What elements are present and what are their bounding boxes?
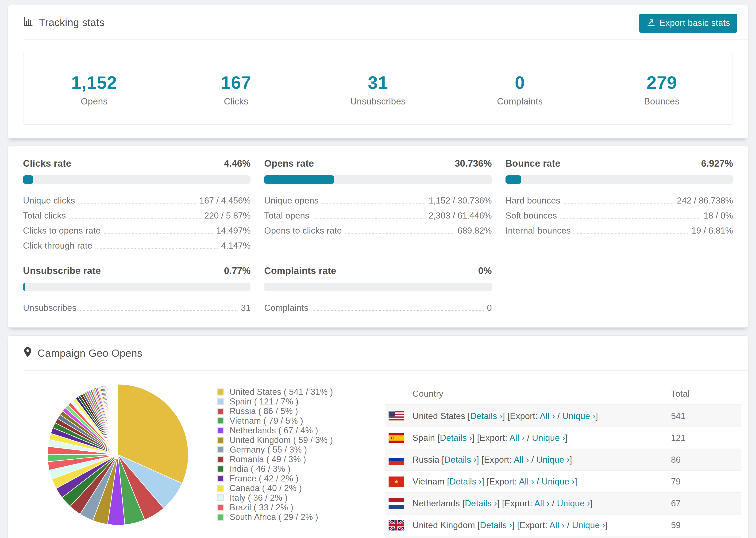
- progress-bar-fill: [23, 283, 25, 291]
- geo-table-clip: CountryTotalUnited States [Details ›] [E…: [385, 383, 741, 538]
- export-basic-stats-button[interactable]: Export basic stats: [639, 14, 737, 32]
- progress-bar-track: [23, 283, 250, 291]
- legend-item-united-kingdom: United Kingdom ( 59 / 3% ): [217, 435, 332, 445]
- legend-swatch: [217, 475, 224, 482]
- stat-label: Unsubscribes: [307, 96, 449, 107]
- rate-row: Total opens2,303 / 61.446%: [264, 208, 492, 223]
- rate-title: Unsubscribe rate: [23, 265, 101, 276]
- legend-item-italy: Italy ( 36 / 2% ): [217, 493, 332, 503]
- export-all-link[interactable]: All ›: [510, 433, 525, 443]
- export-all-link[interactable]: All ›: [519, 477, 534, 486]
- legend-item-romania: Romania ( 49 / 3% ): [217, 455, 332, 464]
- legend-item-netherlands: Netherlands ( 67 / 4% ): [217, 426, 332, 435]
- dotted-leader: [80, 310, 238, 311]
- rate-block-bounce-rate: Bounce rate6.927%Hard bounces242 / 86.73…: [506, 158, 733, 253]
- export-all-link[interactable]: All ›: [514, 455, 529, 464]
- export-unique-link[interactable]: Unique ›: [532, 433, 565, 443]
- legend-swatch: [217, 494, 224, 501]
- rate-value: 4.46%: [224, 158, 250, 169]
- rate-value: 30.736%: [455, 158, 492, 169]
- stat-value: 31: [307, 72, 449, 93]
- export-unique-link[interactable]: Unique ›: [562, 411, 595, 421]
- geo-table-row-united-kingdom: United Kingdom [Details ›] [Export: All …: [385, 514, 741, 536]
- stat-label: Bounces: [591, 96, 732, 107]
- details-link[interactable]: Details ›: [440, 433, 472, 443]
- ru-flag-icon: [389, 455, 404, 465]
- tracking-stats-card: Tracking stats Export basic stats 1,152O…: [8, 5, 748, 138]
- export-all-link[interactable]: All ›: [540, 411, 555, 421]
- legend-swatch: [217, 389, 224, 396]
- total-cell: 86: [671, 455, 741, 465]
- details-link[interactable]: Details ›: [444, 455, 477, 464]
- column-header-total: Total: [671, 389, 741, 399]
- details-link[interactable]: Details ›: [449, 477, 482, 486]
- geo-table-row-germany: Germany [Details ›] [Export: All › / Uni…: [385, 536, 741, 538]
- geo-opens-title: Campaign Geo Opens: [37, 348, 142, 359]
- rate-row: Internal bounces19 / 6.81%: [506, 223, 733, 238]
- geo-opens-header: Campaign Geo Opens: [8, 336, 748, 370]
- dotted-leader: [560, 218, 700, 219]
- legend-swatch: [217, 465, 224, 472]
- geo-table-row-united-states: United States [Details ›] [Export: All ›…: [385, 405, 741, 427]
- stat-label: Complaints: [449, 96, 590, 107]
- stat-label: Clicks: [165, 96, 307, 107]
- rate-row: Complaints0: [264, 300, 492, 315]
- us-flag-icon: [389, 411, 404, 421]
- rate-title: Clicks rate: [23, 158, 71, 169]
- details-link[interactable]: Details ›: [480, 520, 512, 530]
- legend-swatch: [217, 485, 224, 492]
- legend-label: France ( 42 / 2% ): [230, 474, 298, 484]
- summary-stats-row: 1,152Opens167Clicks31Unsubscribes0Compla…: [23, 53, 733, 125]
- legend-swatch: [217, 513, 224, 521]
- legend-item-germany: Germany ( 55 / 3% ): [217, 445, 332, 455]
- legend-label: Spain ( 121 / 7% ): [230, 397, 298, 406]
- rate-block-complaints-rate: Complaints rate0%Complaints0: [264, 265, 492, 315]
- legend-label: United States ( 541 / 31% ): [230, 387, 333, 397]
- tracking-stats-header: Tracking stats Export basic stats: [8, 5, 748, 39]
- rate-row: Total clicks220 / 5.87%: [23, 208, 250, 223]
- progress-bar-fill: [23, 175, 33, 184]
- legend-label: Russia ( 86 / 5% ): [230, 406, 298, 416]
- country-cell: Russia [Details ›] [Export: All › / Uniq…: [412, 455, 671, 465]
- pie-chart-svg: [45, 382, 190, 527]
- rate-row: Opens to clicks rate689.82%: [264, 223, 492, 238]
- rate-row: Clicks to opens rate14.497%: [23, 223, 250, 238]
- bar-chart-icon: [23, 16, 34, 29]
- export-unique-link[interactable]: Unique ›: [536, 455, 569, 464]
- legend-swatch: [217, 456, 224, 463]
- map-pin-icon: [23, 347, 32, 360]
- legend-label: South Africa ( 29 / 2% ): [230, 512, 318, 522]
- rate-block-opens-rate: Opens rate30.736%Unique opens1,152 / 30.…: [264, 158, 492, 253]
- dotted-leader: [345, 233, 454, 234]
- vn-flag-icon: [389, 476, 404, 487]
- total-cell: 79: [671, 477, 741, 487]
- rate-title: Bounce rate: [506, 158, 561, 169]
- legend-label: United Kingdom ( 59 / 3% ): [230, 435, 333, 445]
- legend-label: Vietnam ( 79 / 5% ): [230, 416, 303, 426]
- export-icon: [646, 17, 656, 28]
- stat-cell-complaints: 0Complaints: [449, 53, 590, 125]
- rate-row: Unique opens1,152 / 30.736%: [264, 193, 492, 208]
- export-all-link[interactable]: All ›: [534, 499, 550, 508]
- total-cell: 67: [671, 499, 741, 509]
- details-link[interactable]: Details ›: [465, 499, 497, 508]
- legend-swatch: [217, 446, 224, 453]
- pie-legend: United States ( 541 / 31% )Spain ( 121 /…: [217, 387, 332, 522]
- details-link[interactable]: Details ›: [470, 411, 503, 421]
- rate-value: 0%: [478, 265, 492, 276]
- country-cell: United States [Details ›] [Export: All ›…: [412, 411, 671, 421]
- rate-block-unsubscribe-rate: Unsubscribe rate0.77%Unsubscribes31: [23, 265, 250, 315]
- legend-label: Romania ( 49 / 3% ): [230, 455, 306, 464]
- country-cell: Spain [Details ›] [Export: All › / Uniqu…: [412, 433, 671, 443]
- export-all-link[interactable]: All ›: [549, 520, 565, 530]
- geo-table-row-russia: Russia [Details ›] [Export: All › / Uniq…: [385, 449, 741, 470]
- legend-label: Germany ( 55 / 3% ): [230, 445, 307, 455]
- stat-value: 167: [165, 72, 307, 93]
- export-unique-link[interactable]: Unique ›: [572, 520, 605, 530]
- legend-label: Italy ( 36 / 2% ): [230, 493, 288, 503]
- export-unique-link[interactable]: Unique ›: [542, 477, 575, 486]
- export-unique-link[interactable]: Unique ›: [557, 499, 590, 508]
- rate-value: 0.77%: [224, 265, 250, 276]
- geo-table-row-vietnam: Vietnam [Details ›] [Export: All › / Uni…: [385, 470, 741, 492]
- rate-row: Hard bounces242 / 86.738%: [506, 193, 733, 208]
